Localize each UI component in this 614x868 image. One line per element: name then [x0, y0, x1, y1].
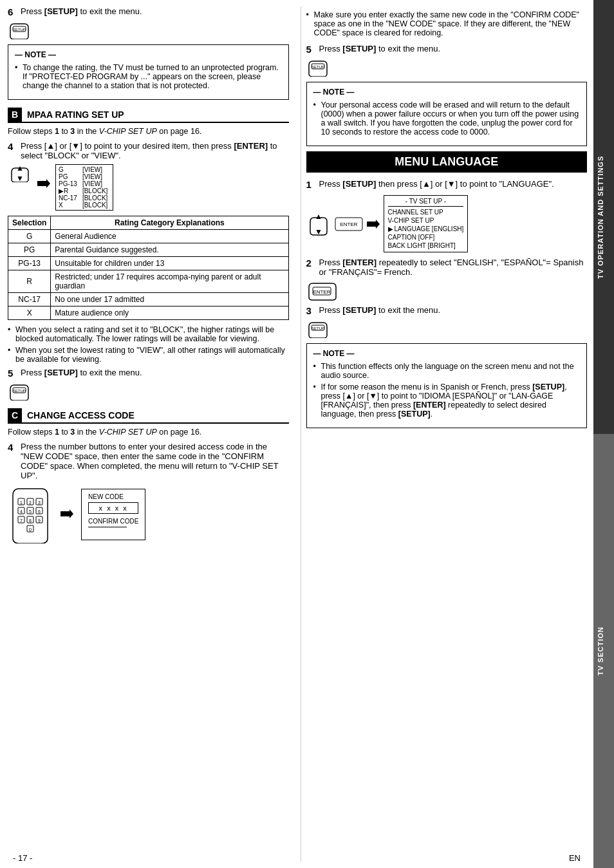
block-2: [BLOCK] [82, 194, 107, 202]
rating-x-desc: Mature audience only [51, 307, 288, 320]
step2-text: Press [ENTER] repeatedly to select "ENGL… [319, 258, 588, 277]
note3-bullet-1: This function effects only the language … [313, 362, 581, 380]
rating-display-inner: G PG PG-13 ▶ R NC-17 X [VIEW] [59, 166, 110, 209]
follow-steps-c: Follow steps 1 to 3 in the V-CHIP SET UP… [8, 428, 289, 437]
rating-arrow-r: ▶ [59, 187, 64, 194]
rating-bullet-2: When you set the lowest rating to "VIEW"… [8, 346, 289, 364]
step5r-number: 5 [306, 44, 317, 55]
rating-nc17-desc: No one under 17 admitted [51, 293, 288, 307]
step1-text: Press [SETUP] then press [▲] or [▼] to p… [319, 179, 554, 189]
rating-pg13: PG-13 [59, 180, 77, 187]
step3-remote-area: SETUP [306, 320, 588, 338]
rating-nc17: NC-17 [59, 194, 77, 202]
rating-r-row: ▶ R [59, 187, 77, 194]
svg-text:SETUP: SETUP [13, 28, 26, 32]
rating-display-box: G PG PG-13 ▶ R NC-17 X [VIEW] [55, 164, 113, 211]
rating-pg: PG [59, 173, 77, 180]
svg-marker-4 [37, 179, 50, 188]
step4c-text: Press the number buttons to enter your d… [21, 442, 289, 480]
note1-bullet-1: To change the rating, the TV must be tur… [15, 63, 282, 90]
tvsetup-title: - TV SET UP - [388, 198, 464, 207]
svg-text:1: 1 [20, 500, 23, 505]
tvsetup-display: - TV SET UP - CHANNEL SET UP V-CHIP SET … [384, 195, 469, 252]
rating-r-sel: R [8, 270, 51, 293]
section-b-title: MPAA RATING SET UP [27, 109, 124, 120]
remote-icon-step5: SETUP [8, 382, 31, 401]
new-code-label: NEW CODE [88, 493, 138, 500]
follow-b-italic: V-CHIP SET UP [99, 127, 157, 136]
step4-text: Press [▲] or [▼] to point to your desire… [21, 141, 289, 160]
rating-nc17-sel: NC-17 [8, 293, 51, 307]
rating-r-desc: Restricted; under 17 requires accompa-ny… [51, 270, 288, 293]
rating-x: X [59, 202, 77, 209]
table-header-explanation: Rating Category Explanations [51, 216, 288, 230]
right-bullet-text: Make sure you enter exactly the same new… [306, 10, 588, 37]
note2-bullet-1: Your personal access code will be erased… [313, 100, 581, 137]
rating-bullets: When you select a rating and set it to "… [8, 325, 289, 364]
enter-button-icon: ENTER [335, 217, 363, 231]
rating-bullet-1: When you select a rating and set it to "… [8, 325, 289, 343]
block-3: [BLOCK] [82, 202, 107, 209]
step5-setup: [SETUP] [44, 368, 78, 377]
rating-pg-sel: PG [8, 243, 51, 257]
note3-bullets: This function effects only the language … [313, 362, 581, 419]
table-row: PG Parental Guidance suggested. [8, 243, 289, 257]
step4-number: 4 [8, 141, 18, 152]
arrow-right-icon [37, 179, 50, 188]
step4c-line: 4 Press the number buttons to enter your… [8, 442, 289, 480]
note-box-1: NOTE To change the rating, the TV must b… [8, 44, 289, 100]
step1-number: 1 [306, 179, 317, 190]
svg-text:SETUP: SETUP [311, 326, 324, 330]
step5-text: Press [SETUP] to exit the menu. [21, 368, 142, 377]
tvsetup-vchip: V-CHIP SET UP [388, 216, 464, 225]
step4c-number: 4 [8, 442, 18, 453]
rating-r: R [64, 187, 68, 194]
rating-table: Selection Rating Category Explanations G… [8, 216, 289, 320]
remote-icon-step3: SETUP [306, 320, 330, 338]
svg-text:7: 7 [20, 518, 23, 523]
step5r-setup: [SETUP] [342, 44, 376, 53]
table-row: X Mature audience only [8, 307, 289, 320]
svg-text:4: 4 [20, 509, 23, 514]
svg-text:▼: ▼ [16, 174, 24, 182]
step3-setup: [SETUP] [342, 305, 376, 315]
step4-arrow [37, 164, 50, 203]
svg-text:ENTER: ENTER [340, 222, 357, 227]
step6-text: Press [SETUP] to exit the menu. [21, 6, 142, 16]
right-sidebar: TV OPERATION AND SETTINGS TV SECTION [593, 0, 614, 868]
step4-visual-area: ▲ ▼ G PG [8, 164, 289, 211]
new-code-value: x x x x [88, 502, 138, 514]
follow-c-1: 1 [55, 428, 59, 437]
left-column: 6 Press [SETUP] to exit the menu. SETUP … [8, 6, 294, 862]
step5r-line: 5 Press [SETUP] to exit the menu. [306, 44, 588, 55]
note-box-3: NOTE This function effects only the lang… [306, 343, 588, 428]
confirm-code-label: CONFIRM CODE [88, 518, 138, 525]
step5r-text: Press [SETUP] to exit the menu. [319, 44, 441, 53]
step5r-remote-area: SETUP [306, 59, 588, 77]
main-content: 6 Press [SETUP] to exit the menu. SETUP … [0, 0, 593, 868]
step3-number: 3 [306, 305, 317, 316]
rating-pg13-sel: PG-13 [8, 257, 51, 270]
svg-text:9: 9 [38, 518, 41, 523]
step3-text: Press [SETUP] to exit the menu. [319, 305, 441, 315]
section-b-header: B MPAA RATING SET UP [8, 108, 289, 123]
step3-line: 3 Press [SETUP] to exit the menu. [306, 305, 588, 316]
table-header-selection: Selection [8, 216, 51, 230]
note2-title: NOTE [313, 88, 581, 97]
note1-title: NOTE [15, 50, 282, 59]
svg-marker-27 [60, 509, 73, 518]
page-number: - 17 - [13, 853, 32, 863]
step4-line: 4 Press [▲] or [▼] to point to your desi… [8, 141, 289, 160]
remote-icon-step5r: SETUP [306, 59, 330, 77]
svg-text:5: 5 [29, 509, 32, 514]
step4-remote-icon: ▲ ▼ [8, 164, 32, 182]
step6-number: 6 [8, 6, 18, 17]
section-c-header: C CHANGE ACCESS CODE [8, 408, 289, 424]
step6-setup: [SETUP] [44, 6, 78, 16]
svg-text:SETUP: SETUP [13, 389, 26, 393]
tvsetup-channel: CHANNEL SET UP [388, 208, 464, 216]
numpad-arrow-icon [60, 509, 73, 518]
tvsetup-backlight: BACK LIGHT [BRIGHT] [388, 241, 464, 250]
rating-x-sel: X [8, 307, 51, 320]
svg-text:8: 8 [29, 518, 32, 523]
